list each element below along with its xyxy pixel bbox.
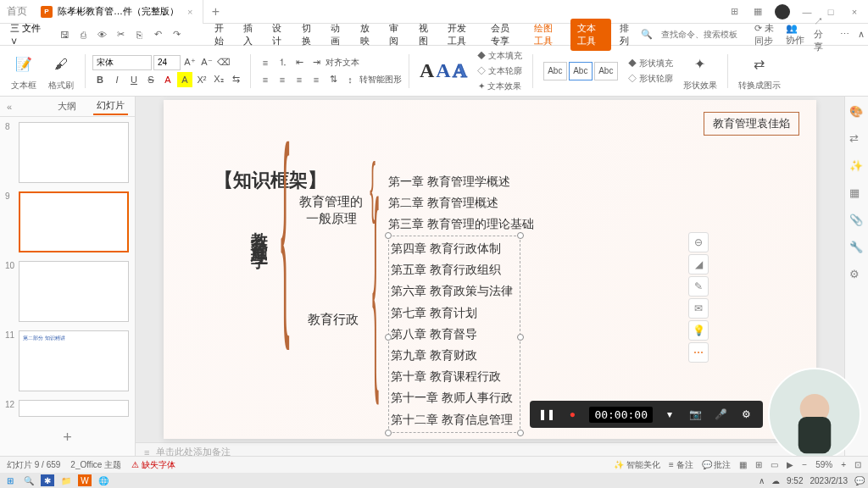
sidebar-clip-icon[interactable]: 📎 [849, 214, 865, 229]
menu-tab-11[interactable]: 文本工具 [570, 19, 612, 51]
menu-tab-5[interactable]: 放映 [353, 19, 381, 51]
main-topic[interactable]: 教育管理学 [248, 219, 271, 244]
rec-marker-icon[interactable]: ▾ [661, 406, 678, 423]
chapter-group-1[interactable]: 第一章 教育管理学概述第二章 教育管理概述第三章 教育管理的理论基础 [388, 171, 534, 236]
file-menu[interactable]: 三 文件 ∨ [3, 22, 52, 47]
start-icon[interactable]: ⊞ [3, 474, 17, 486]
highlight-button[interactable]: A [177, 72, 192, 87]
menu-tab-10[interactable]: 绘图工具 [527, 19, 569, 51]
share-button[interactable]: ↗ 分享 [814, 15, 832, 53]
font-size-select[interactable] [153, 55, 181, 70]
increase-font-icon[interactable]: A⁺ [182, 55, 198, 70]
subtopic-1[interactable]: 教育管理的 一般原理 [299, 193, 363, 226]
resize-handle[interactable] [385, 430, 392, 436]
copy-icon[interactable]: ⎘ [133, 28, 147, 42]
text-effect-button[interactable]: ✦ 文本效果 [478, 80, 521, 92]
webcam-preview[interactable] [768, 368, 861, 461]
font-color-button[interactable]: A [160, 72, 175, 87]
shape-effect-button[interactable]: ✦ [687, 51, 714, 78]
menu-tab-9[interactable]: 会员专享 [484, 19, 526, 51]
wordart-style-1[interactable]: A [420, 59, 434, 82]
more-icon[interactable]: ⋯ [840, 29, 849, 40]
wps-icon[interactable]: W [78, 474, 92, 486]
sync-status[interactable]: ⟳ 未同步 [754, 22, 777, 47]
tray-up-icon[interactable]: ∧ [759, 476, 765, 485]
print-icon[interactable]: ⎙ [77, 28, 91, 42]
wordart-style-2[interactable]: A [436, 59, 450, 82]
text-outline-button[interactable]: ◇ 文本轮廓 [477, 65, 522, 77]
float-tool-mail-icon[interactable]: ✉ [688, 298, 709, 319]
notification-icon[interactable]: 💬 [854, 476, 865, 485]
search-icon[interactable]: 🔍 [22, 474, 36, 486]
menu-tab-8[interactable]: 开发工具 [441, 19, 482, 51]
preview-icon[interactable]: 👁 [96, 28, 109, 42]
float-tool-pen-icon[interactable]: ✎ [688, 276, 709, 297]
smartart-button[interactable]: 转智能图形 [359, 72, 402, 87]
menu-tab-3[interactable]: 切换 [295, 19, 322, 51]
align-left-button[interactable]: ≡ [258, 72, 273, 87]
subtopic-2[interactable]: 教育行政 [308, 312, 359, 328]
menu-tab-1[interactable]: 插入 [236, 19, 264, 51]
add-tab-button[interactable]: + [203, 4, 227, 19]
fit-icon[interactable]: ⊡ [854, 460, 861, 469]
bullets-button[interactable]: ≡ [258, 55, 273, 70]
shape-style-1[interactable]: Abc [543, 62, 567, 80]
char-spacing-button[interactable]: ⇆ [228, 72, 243, 87]
slide-thumb-8[interactable] [19, 122, 129, 183]
tab-home[interactable]: 首页 [0, 0, 34, 24]
slide-thumb-9[interactable] [19, 191, 129, 252]
bold-button[interactable]: B [92, 72, 108, 87]
zoom-in-icon[interactable]: + [841, 460, 846, 469]
add-slide-button[interactable]: + [5, 425, 130, 450]
notes-button[interactable]: ≡ 备注 [669, 459, 693, 471]
sidebar-transition-icon[interactable]: ⇄ [849, 132, 865, 147]
superscript-button[interactable]: X² [194, 72, 209, 87]
redo-icon[interactable]: ↷ [170, 28, 184, 42]
collapse-panel-icon[interactable]: « [7, 102, 12, 112]
align-text-button[interactable]: 对齐文本 [326, 55, 359, 70]
pause-button[interactable]: ❚❚ [538, 406, 555, 423]
float-tool-fill-icon[interactable]: ◢ [688, 254, 709, 274]
chrome-icon[interactable]: 🌐 [97, 474, 110, 486]
clear-format-icon[interactable]: ⌫ [216, 55, 231, 70]
zoom-level[interactable]: 59% [815, 460, 832, 469]
format-painter-button[interactable]: 🖌 [47, 51, 75, 78]
tray-cloud-icon[interactable]: ☁ [771, 476, 780, 485]
justify-button[interactable]: ≡ [309, 72, 324, 87]
slide-thumb-10[interactable] [19, 261, 129, 322]
slideshow-icon[interactable]: ▶ [787, 460, 793, 469]
collab-button[interactable]: 👥 协作 [786, 23, 805, 47]
clock-time[interactable]: 9:52 [787, 476, 803, 485]
resize-handle[interactable] [517, 334, 524, 341]
outline-tab[interactable]: 大纲 [54, 98, 80, 114]
shape-fill-button[interactable]: ◆ 形状填充 [628, 58, 673, 69]
rec-camera-icon[interactable]: 📷 [687, 406, 704, 423]
menu-tab-7[interactable]: 视图 [412, 19, 439, 51]
line-spacing-button[interactable]: ⇅ [326, 72, 341, 87]
menu-tab-6[interactable]: 审阅 [382, 19, 409, 51]
search-input[interactable] [661, 30, 746, 39]
chapter-group-2-selected[interactable]: 第四章 教育行政体制第五章 教育行政组织第六章 教育政策与法律第七章 教育计划第… [388, 236, 520, 433]
undo-icon[interactable]: ↶ [152, 28, 165, 42]
sidebar-tools-icon[interactable]: 🔧 [849, 241, 865, 256]
float-tool-chain-icon[interactable]: ⊖ [688, 232, 709, 252]
convert-button[interactable]: ⇄ [746, 51, 773, 78]
shape-style-2[interactable]: Abc [569, 62, 593, 80]
close-tab-icon[interactable]: × [184, 7, 196, 17]
view-normal-icon[interactable]: ▦ [739, 460, 747, 469]
font-name-select[interactable] [92, 55, 152, 70]
italic-button[interactable]: I [109, 72, 125, 87]
textbox-button[interactable]: 📝 [10, 51, 37, 78]
save-icon[interactable]: 🖫 [58, 28, 72, 42]
sidebar-settings-icon[interactable]: ⚙ [849, 268, 865, 283]
missing-font-warning[interactable]: ⚠ 缺失字体 [131, 459, 175, 471]
slide-thumb-11[interactable]: 第二部分 知识精讲 [19, 330, 129, 391]
resize-handle[interactable] [517, 232, 524, 239]
record-button[interactable]: ● [564, 406, 581, 423]
decrease-font-icon[interactable]: A⁻ [199, 55, 214, 70]
sidebar-template-icon[interactable]: ▦ [849, 186, 865, 202]
comment-button[interactable]: 💬 批注 [702, 459, 732, 471]
shape-outline-button[interactable]: ◇ 形状轮廓 [628, 73, 673, 85]
resize-handle[interactable] [385, 232, 392, 239]
view-reading-icon[interactable]: ▭ [771, 460, 778, 469]
